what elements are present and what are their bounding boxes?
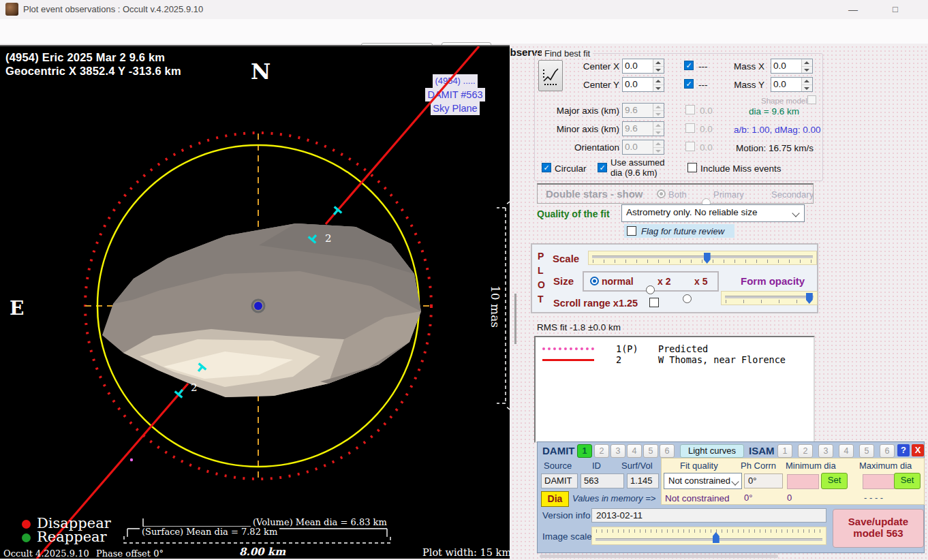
size-radio-group: normal x 2 x 5 [583, 271, 719, 292]
occult-plot-window: { "window": { "title": "Plot event obser… [0, 0, 928, 560]
chord-number-upper: 2 [325, 232, 332, 245]
version-info-label: Version info [542, 510, 591, 520]
isam-tab-2[interactable]: 2 [798, 444, 813, 458]
app-icon [5, 3, 18, 16]
flag-review-label: Flag for future review [641, 226, 724, 236]
isam-tab-5[interactable]: 5 [859, 444, 874, 458]
damit-tab-1[interactable]: 1 [577, 444, 592, 458]
major-axis-value: 9.6 [623, 104, 653, 117]
damit-tab-4[interactable]: 4 [627, 444, 642, 458]
mass-x-spinner[interactable] [801, 59, 812, 73]
circular-label: Circular [555, 164, 587, 174]
center-x-value: 0.0 [623, 59, 653, 73]
double-stars-secondary-label: Secondary [771, 189, 814, 200]
list-item[interactable]: 2 W Thomas, near Florence [536, 354, 814, 365]
size-label: Size [553, 275, 574, 287]
use-assumed-checkbox[interactable]: ✓ [598, 163, 607, 172]
maximize-button[interactable]: □ [884, 3, 907, 16]
plot-width-label: Plot width: 15 km [422, 547, 511, 558]
size-x2-radio[interactable] [646, 285, 655, 294]
bottom-scroll-strip[interactable] [540, 555, 778, 558]
circular-checkbox[interactable]: ✓ [542, 163, 551, 172]
image-scale-slider-thumb[interactable] [713, 532, 720, 543]
plot-graph-button[interactable] [538, 60, 563, 91]
max-dia-field[interactable] [863, 474, 895, 489]
image-scale-slider[interactable] [591, 527, 826, 545]
plot-title-line1: (4954) Eric 2025 Mar 2 9.6 km [5, 51, 165, 64]
center-y-spinner[interactable] [653, 78, 664, 91]
damit-tab-3[interactable]: 3 [610, 444, 625, 458]
panel-close-button[interactable]: X [912, 444, 924, 456]
include-miss-checkbox[interactable] [687, 163, 697, 172]
save-button-line2: model 563 [833, 527, 923, 539]
splitter-handle[interactable] [514, 294, 516, 344]
light-curves-button[interactable]: Light curves [680, 444, 744, 458]
min-dia-header: Minimum dia [786, 461, 836, 471]
center-x-spinner[interactable] [653, 59, 664, 73]
isam-tab-3[interactable]: 3 [818, 444, 833, 458]
major-axis-input: 9.6 [622, 103, 664, 118]
version-info-value[interactable]: 2013-02-11 [591, 508, 826, 523]
reappear-label: Reappear [37, 529, 107, 545]
memory-fit-quality: Not constrained [665, 493, 730, 503]
center-x-checkbox[interactable]: ✓ [684, 61, 694, 70]
isam-tab-1[interactable]: 1 [777, 444, 792, 458]
double-stars-both-radio[interactable] [657, 189, 666, 198]
size-x2-label: x 2 [658, 276, 670, 287]
mass-x-input[interactable]: 0.0 [771, 59, 813, 74]
damit-tab-6[interactable]: 6 [660, 444, 675, 458]
observation-name: Predicted [658, 343, 708, 354]
center-y-input[interactable]: 0.0 [622, 77, 664, 92]
center-x-dash: --- [698, 61, 708, 72]
plot-vertical-p: P [538, 251, 544, 262]
predicted-marker-line [542, 347, 594, 350]
max-dia-set-button[interactable]: Set [894, 473, 921, 489]
mass-x-value: 0.0 [771, 59, 801, 73]
damit-tab-2[interactable]: 2 [594, 444, 609, 458]
observations-listbox[interactable]: 1(P) Predicted 2 W Thomas, near Florence [534, 336, 815, 443]
list-item[interactable]: 1(P) Predicted [536, 343, 814, 354]
id-value-box: 563 [581, 473, 624, 488]
include-miss-label: Include Miss events [700, 164, 782, 174]
mass-y-input[interactable]: 0.0 [771, 77, 813, 92]
shape-model-label: Shape model [761, 97, 807, 105]
center-y-checkbox[interactable]: ✓ [684, 79, 694, 89]
use-assumed-label-1: Use assumed [610, 157, 664, 168]
isam-tab-6[interactable]: 6 [880, 444, 895, 458]
minimize-button[interactable]: — [841, 3, 865, 16]
plot-vertical-l: L [538, 265, 544, 276]
isam-tab-4[interactable]: 4 [839, 444, 854, 458]
dia-button[interactable]: Dia [541, 491, 569, 507]
center-x-input[interactable]: 0.0 [622, 59, 664, 74]
save-update-model-button[interactable]: Save/update model 563 [833, 509, 924, 548]
form-opacity-label: Form opacity [741, 275, 805, 287]
observation-number: 2 [616, 354, 621, 365]
center-y-dash: --- [698, 80, 708, 90]
min-dia-field[interactable] [787, 474, 819, 489]
shape-model-checkbox[interactable] [807, 95, 816, 104]
size-normal-label: normal [602, 276, 634, 287]
scroll-range-label: Scroll range x1.25 [553, 298, 638, 309]
size-normal-radio[interactable] [590, 277, 599, 285]
fit-quality-combobox[interactable]: Not constrained [664, 473, 742, 489]
size-x5-radio[interactable] [683, 294, 692, 303]
quality-combobox[interactable]: Astrometry only. No reliable size [621, 204, 805, 222]
scale-slider[interactable] [588, 251, 817, 265]
scroll-range-checkbox[interactable] [649, 298, 659, 307]
dia-text: dia = 9.6 km [749, 106, 799, 116]
minor-axis-value: 9.6 [623, 122, 653, 136]
sky-plane-plot[interactable]: (4954) ..... DAMIT #563 Sky Plane [0, 45, 510, 559]
damit-label: DAMIT [542, 445, 575, 456]
orientation-value: 0.0 [623, 140, 653, 154]
memory-min-dia: 0 [787, 493, 792, 503]
double-stars-both-label: Both [668, 189, 687, 200]
min-dia-set-button[interactable]: Set [821, 473, 848, 489]
panel-help-button[interactable]: ? [897, 444, 910, 456]
form-opacity-slider[interactable] [721, 291, 818, 305]
mas-scale-label: 10 mas [489, 282, 502, 331]
flag-review-checkbox[interactable] [627, 226, 636, 236]
mass-y-spinner[interactable] [801, 78, 812, 91]
chord-number-lower: 2 [191, 382, 198, 394]
damit-tab-5[interactable]: 5 [643, 444, 658, 458]
ph-corrn-box[interactable]: 0° [744, 473, 783, 488]
